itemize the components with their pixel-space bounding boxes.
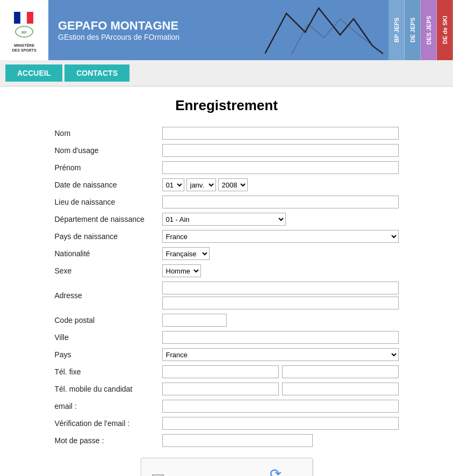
tel-fixe-input2[interactable] [282, 365, 399, 378]
nom-field [162, 127, 399, 140]
tab-de-jeps[interactable]: DE JEPS [405, 0, 421, 60]
email-verif-field [162, 417, 399, 430]
email-verif-label: Vérification de l'email : [55, 419, 162, 428]
dept-naissance-row: Département de naissance 01 - Ain 02 - A… [55, 213, 399, 226]
lieu-naissance-input[interactable] [162, 196, 399, 208]
email-field [162, 400, 399, 413]
mot-de-passe-row: Mot de passe : [55, 434, 399, 447]
nom-usage-field [162, 144, 399, 157]
mot-de-passe-field [162, 434, 399, 447]
page-title: Enregistrement [21, 97, 432, 114]
logo-block: RF MINISTÈRE DES SPORTS [0, 0, 48, 60]
sexe-select[interactable]: Homme Femme [162, 264, 201, 277]
captcha-area: Je ne suis pas un robot ⟳ reCAPTCHA Conf… [21, 458, 432, 476]
adresse-label: Adresse [55, 291, 162, 300]
tel-fixe-field [162, 365, 399, 378]
date-naissance-label: Date de naissance [55, 181, 162, 189]
nom-usage-row: Nom d'usage [55, 144, 399, 157]
tab-de-ski[interactable]: DE de SKI [437, 0, 453, 60]
dept-naissance-field: 01 - Ain 02 - Aisne 03 - Allier 04 - Alp… [162, 213, 399, 226]
lieu-naissance-label: Lieu de naissance [55, 198, 162, 206]
pays-select[interactable]: France Belgique Suisse Espagne Italie [162, 348, 399, 361]
pays-row: Pays France Belgique Suisse Espagne Ital… [55, 348, 399, 361]
nationalite-select[interactable]: Française Belge Suisse Espagnole Italien… [162, 247, 210, 260]
registration-form: Nom Nom d'usage Prénom Date de naissance [55, 127, 399, 447]
adresse-line2-input[interactable] [162, 297, 399, 309]
day-select[interactable]: 01 02030405 06070809 10111213 14151617 1… [162, 178, 184, 191]
sexe-field: Homme Femme [162, 264, 399, 277]
code-postal-row: Code postal [55, 314, 399, 327]
main-content: Enregistrement Nom Nom d'usage Prénom Da… [0, 86, 453, 476]
tab-bp-jeps[interactable]: BP JEPS [389, 0, 405, 60]
nationalite-field: Française Belge Suisse Espagnole Italien… [162, 247, 399, 260]
recaptcha-icon: ⟳ [270, 467, 282, 476]
nom-input[interactable] [162, 127, 399, 140]
header-tabs: BP JEPS DE JEPS DES JEPS DE de SKI [389, 0, 453, 60]
ville-row: Ville [55, 331, 399, 344]
email-verif-row: Vérification de l'email : [55, 417, 399, 430]
email-row: email : [55, 400, 399, 413]
svg-text:RF: RF [21, 31, 26, 34]
nom-usage-label: Nom d'usage [55, 146, 162, 155]
adresse-row: Adresse [55, 282, 399, 309]
ville-field [162, 331, 399, 344]
ville-label: Ville [55, 333, 162, 342]
pays-naissance-select[interactable]: France Belgique Suisse Espagne Italie Al… [162, 230, 399, 243]
nationalite-row: Nationalité Française Belge Suisse Espag… [55, 247, 399, 260]
code-postal-input[interactable] [162, 314, 227, 327]
date-naissance-row: Date de naissance 01 02030405 06070809 1… [55, 178, 399, 191]
captcha-logo: ⟳ reCAPTCHA Confidentialité - Conditions [250, 467, 301, 476]
tel-mobile-input1[interactable] [162, 383, 279, 395]
accueil-button[interactable]: ACCUEIL [5, 64, 62, 82]
tab-des-jeps[interactable]: DES JEPS [421, 0, 437, 60]
captcha-checkbox[interactable] [152, 474, 164, 477]
adresse-line1-input[interactable] [162, 282, 399, 294]
dept-naissance-select[interactable]: 01 - Ain 02 - Aisne 03 - Allier 04 - Alp… [162, 213, 286, 226]
mountain-decoration [265, 3, 383, 56]
nationalite-label: Nationalité [55, 249, 162, 258]
year-select[interactable]: 2008 200720062005 200420032002 200120001… [218, 178, 248, 191]
mot-de-passe-label: Mot de passe : [55, 436, 162, 445]
tel-mobile-input2[interactable] [282, 383, 399, 395]
code-postal-field [162, 314, 399, 327]
pays-naissance-row: Pays de naissance France Belgique Suisse… [55, 230, 399, 243]
month-select[interactable]: janv. févr.marsavr. maijuinjuil. aoûtsep… [186, 178, 216, 191]
nav-bar: ACCUEIL CONTACTS [0, 60, 453, 86]
contacts-button[interactable]: CONTACTS [64, 64, 130, 82]
adresse-field [162, 282, 399, 309]
prenom-label: Prénom [55, 163, 162, 172]
nom-row: Nom [55, 127, 399, 140]
nom-usage-input[interactable] [162, 144, 399, 157]
svg-rect-1 [14, 12, 20, 24]
tel-fixe-row: Tél. fixe [55, 365, 399, 378]
tel-fixe-input1[interactable] [162, 365, 279, 378]
code-postal-label: Code postal [55, 316, 162, 324]
ville-input[interactable] [162, 331, 399, 344]
sexe-row: Sexe Homme Femme [55, 264, 399, 277]
header: RF MINISTÈRE DES SPORTS GEPAFO MONTAGNE … [0, 0, 453, 60]
sexe-label: Sexe [55, 266, 162, 275]
pays-naissance-field: France Belgique Suisse Espagne Italie Al… [162, 230, 399, 243]
dept-naissance-label: Département de naissance [55, 215, 162, 223]
email-input[interactable] [162, 400, 399, 413]
pays-label: Pays [55, 350, 162, 359]
tel-mobile-row: Tél. mobile du candidat [55, 383, 399, 395]
lieu-naissance-row: Lieu de naissance [55, 196, 399, 208]
svg-rect-2 [20, 12, 27, 24]
ministere-text: MINISTÈRE DES SPORTS [12, 44, 36, 53]
pays-naissance-label: Pays de naissance [55, 232, 162, 241]
tel-fixe-label: Tél. fixe [55, 367, 162, 376]
pays-field: France Belgique Suisse Espagne Italie [162, 348, 399, 361]
date-naissance-field: 01 02030405 06070809 10111213 14151617 1… [162, 178, 399, 191]
nom-label: Nom [55, 129, 162, 138]
tel-mobile-label: Tél. mobile du candidat [55, 385, 162, 393]
lieu-naissance-field [162, 196, 399, 208]
prenom-input[interactable] [162, 161, 399, 174]
mot-de-passe-input[interactable] [162, 434, 313, 447]
svg-rect-3 [27, 12, 33, 24]
prenom-row: Prénom [55, 161, 399, 174]
tel-mobile-field [162, 383, 399, 395]
prenom-field [162, 161, 399, 174]
email-label: email : [55, 402, 162, 410]
email-verif-input[interactable] [162, 417, 399, 430]
